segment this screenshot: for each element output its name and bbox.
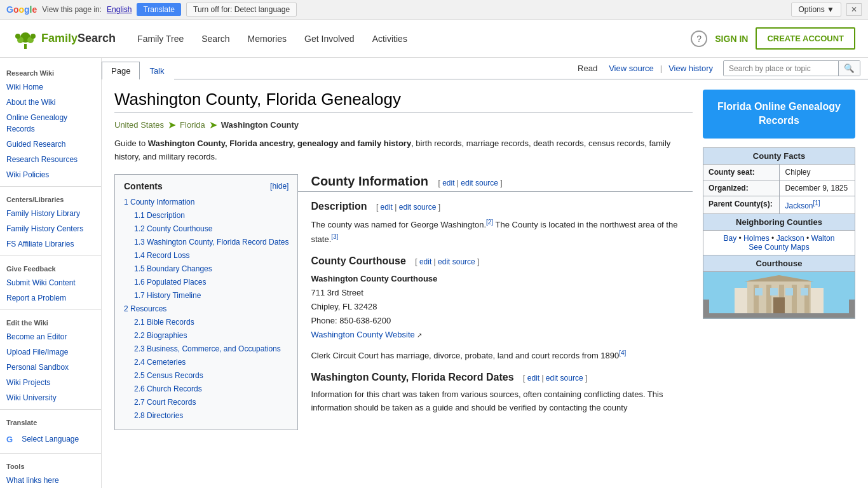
county-info-edit-source-link[interactable]: edit source [461,179,498,187]
florida-online-records-button[interactable]: Florida Online Genealogy Records [703,90,855,139]
sidebar-item-submit-wiki[interactable]: Submit Wiki Content [0,275,101,290]
svg-rect-17 [755,288,763,295]
breadcrumb-us[interactable]: United States [114,120,164,130]
toc-link-2-8[interactable]: 2.8 Directories [134,411,183,420]
courthouse-image [703,271,855,318]
toc-link-1-5[interactable]: 1.5 Boundary Changes [134,264,212,273]
sidebar-item-research-resources[interactable]: Research Resources [0,152,101,167]
sidebar-item-become-editor[interactable]: Become an Editor [0,329,101,344]
toc-link-2-6[interactable]: 2.6 Church Records [134,384,202,393]
description-edit-source-link[interactable]: edit source [399,203,437,212]
content-area: Washington County, Florida Genealogy Uni… [102,79,868,488]
turnoff-button[interactable]: Turn off for: Detect language [186,3,297,17]
toc-label-1: County Information [130,198,194,207]
logo-link[interactable]: FamilySearch [13,26,116,51]
sidebar-item-wiki-policies[interactable]: Wiki Policies [0,167,101,182]
translate-language-link[interactable]: English [107,5,132,14]
nav-activities[interactable]: Activities [363,29,416,49]
toc-link-2-2[interactable]: 2.2 Biographies [134,331,187,340]
contents-header: Contents [hide] [124,181,288,191]
courthouse-sup[interactable]: [4] [619,349,626,356]
options-button[interactable]: Options ▼ [791,3,841,17]
sidebar-item-report-problem[interactable]: Report a Problem [0,290,101,306]
sidebar-item-wiki-university[interactable]: Wiki University [0,390,101,405]
sidebar-item-wiki-projects[interactable]: Wiki Projects [0,375,101,390]
nav-get-involved[interactable]: Get Involved [295,29,363,49]
sidebar-item-fs-affiliate[interactable]: FS Affiliate Libraries [0,236,101,252]
toc-link-1-2[interactable]: 1.2 County Courthouse [134,224,212,233]
article-body: Washington County, Florida Genealogy Uni… [114,90,693,488]
select-language-link[interactable]: Select Language [15,431,85,447]
neighboring-counties-text: Bay • Holmes • Jackson • Walton [724,234,835,243]
toc-label-1-5: Boundary Changes [147,264,212,273]
nav-search[interactable]: Search [193,29,238,49]
parent-sup[interactable]: [1] [813,200,820,207]
sidebar-item-family-history-library[interactable]: Family History Library [0,206,101,221]
toc-label-2-8: Directories [147,411,183,420]
jackson-county-link[interactable]: Jackson [776,234,804,243]
toc-link-2[interactable]: 2 Resources [124,304,166,313]
breadcrumb-current: Washington County [221,120,299,130]
sidebar-item-family-history-centers[interactable]: Family History Centers [0,221,101,236]
view-history-link[interactable]: View history [662,60,719,77]
translate-button[interactable]: Translate [137,3,181,16]
view-source-link[interactable]: View source [602,60,660,77]
sign-in-button[interactable]: SIGN IN [715,34,748,44]
courthouse-website-link[interactable]: Washington County Website [311,330,414,339]
desc-sup-2[interactable]: [3] [331,233,338,240]
toc-item-1-6: 1.6 Populated Places [124,276,288,288]
desc-text-main: The county was named for George Washingt… [311,220,486,229]
parent-county-link[interactable]: Jackson [785,201,813,210]
sidebar-item-what-links-here[interactable]: What links here [0,473,101,488]
sidebar-divider-5 [0,453,101,454]
courthouse-panel-header: Courthouse [703,255,855,271]
nav-memories[interactable]: Memories [239,29,295,49]
toc-link-1-7[interactable]: 1.7 History Timeline [134,291,201,300]
toc-link-2-3[interactable]: 2.3 Business, Commerce, and Occupations [134,344,281,353]
clerk-text: Clerk Circuit Court has marriage, divorc… [311,351,619,361]
help-icon[interactable]: ? [691,30,707,47]
toc-link-1-3[interactable]: 1.3 Washington County, Florida Record Da… [134,238,288,247]
create-account-button[interactable]: CREATE ACCOUNT [756,27,855,50]
holmes-county-link[interactable]: Holmes [743,234,770,243]
county-info-edit-link[interactable]: edit [442,179,454,187]
toc-num-2-6: 2.6 [134,384,147,393]
toc-link-2-7[interactable]: 2.7 Court Records [134,398,196,407]
sidebar-section-feedback: Give Feedback [0,260,101,275]
wiki-search-input[interactable] [724,62,838,76]
tab-talk[interactable]: Talk [140,62,173,79]
sidebar-item-personal-sandbox[interactable]: Personal Sandbox [0,360,101,375]
toc-link-2-5[interactable]: 2.5 Census Records [134,371,203,380]
close-translate-button[interactable]: ✕ [846,3,862,16]
toc-link-2-1[interactable]: 2.1 Bible Records [134,318,194,327]
wiki-search-button[interactable]: 🔍 [838,61,860,76]
toc-label-1-2: County Courthouse [147,224,212,233]
county-info-edit-links: [ edit | edit source ] [438,179,502,187]
description-edit-link[interactable]: edit [381,203,393,212]
toc-link-1[interactable]: 1 County Information [124,198,194,207]
toc-link-1-4[interactable]: 1.4 Record Loss [134,251,189,260]
see-county-maps-link[interactable]: See County Maps [749,243,809,252]
tab-page[interactable]: Page [102,62,140,79]
toc-num-2-4: 2.4 [134,358,147,367]
sidebar-section-edit: Edit the Wiki [0,314,101,329]
sidebar-item-guided-research[interactable]: Guided Research [0,137,101,152]
sidebar-item-upload-file[interactable]: Upload File/Image [0,344,101,360]
nav-family-tree[interactable]: Family Tree [128,29,193,49]
toc-link-1-6[interactable]: 1.6 Populated Places [134,278,206,287]
sidebar-item-online-genealogy[interactable]: Online Genealogy Records [0,110,101,137]
record-dates-edit-link[interactable]: edit [527,374,539,383]
courthouse-edit-source-link[interactable]: edit source [438,257,475,266]
sidebar-item-about-wiki[interactable]: About the Wiki [0,95,101,110]
bay-county-link[interactable]: Bay [724,234,737,243]
toc-link-1-1[interactable]: 1.1 Description [134,211,185,220]
contents-hide-link[interactable]: [hide] [270,182,288,191]
record-dates-edit-source-link[interactable]: edit source [546,374,583,383]
breadcrumb-fl[interactable]: Florida [180,120,205,130]
toc-link-2-4[interactable]: 2.4 Cemeteries [134,358,186,367]
courthouse-edit-link[interactable]: edit [419,257,431,266]
tab-bar: Page Talk Read View source | View histor… [102,58,868,79]
desc-sup-1[interactable]: [2] [486,219,493,226]
walton-county-link[interactable]: Walton [811,234,835,243]
sidebar-item-wiki-home[interactable]: Wiki Home [0,79,101,95]
